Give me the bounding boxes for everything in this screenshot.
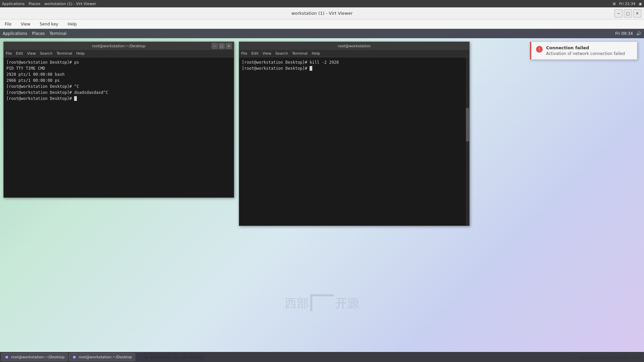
terminal-window-2: root@workstation File Edit View Search T… bbox=[239, 42, 470, 226]
guest-applications-menu[interactable]: Applications bbox=[3, 31, 27, 36]
terminal-2-inner: [root@workstation Desktop]# kill -2 2928… bbox=[239, 57, 469, 226]
guest-taskbar-item-2-label: root@workstation:~/Desktop bbox=[79, 355, 132, 359]
terminal-1-menubar: File Edit View Search Terminal Help bbox=[4, 50, 234, 57]
terminal-1-controls: − □ ✕ bbox=[212, 43, 232, 49]
virt-window-controls: − □ ✕ bbox=[614, 9, 641, 17]
host-topbar-right: ⊞ Fri 22:34 ◉ bbox=[613, 2, 642, 6]
guest-time: Fri 09:34 bbox=[615, 31, 633, 36]
virt-titlebar: workstation (1) - Virt Viewer − □ ✕ bbox=[0, 7, 644, 19]
guest-taskbar: ■ root@workstation:~/Desktop ■ root@work… bbox=[0, 352, 644, 362]
terminal-1-menu-file[interactable]: File bbox=[6, 51, 12, 56]
terminal-2-cursor bbox=[310, 66, 312, 71]
guest-panel-right: Fri 09:34 🔊 bbox=[615, 31, 641, 36]
virt-maximize-button[interactable]: □ bbox=[624, 9, 632, 17]
host-window-title: workstation (1) - Virt Viewer bbox=[44, 2, 96, 6]
terminal-2-scrollbar[interactable] bbox=[466, 57, 469, 226]
terminal-2-menu-file[interactable]: File bbox=[241, 51, 247, 56]
virt-menubar: File View Send key Help bbox=[0, 19, 644, 29]
virt-menu-sendkey[interactable]: Send key bbox=[38, 21, 60, 27]
host-topbar-left: Applications Places workstation (1) - Vi… bbox=[2, 2, 613, 6]
watermark: 西部开源 bbox=[285, 291, 359, 312]
host-time: Fri 22:34 bbox=[619, 2, 635, 6]
host-places-menu[interactable]: Places bbox=[29, 2, 40, 6]
host-topbar: Applications Places workstation (1) - Vi… bbox=[0, 0, 644, 7]
terminal-2-menu-help[interactable]: Help bbox=[312, 51, 320, 56]
terminal-1-menu-search[interactable]: Search bbox=[40, 51, 53, 56]
terminal-1-line-1: [root@workstation Desktop]# ps bbox=[6, 59, 231, 65]
terminal-1-close[interactable]: ✕ bbox=[226, 43, 232, 49]
terminal-1-titlebar: root@workstation:~/Desktop − □ ✕ bbox=[4, 42, 234, 50]
guest-taskbar-item-2[interactable]: ■ root@workstation:~/Desktop bbox=[69, 353, 136, 361]
terminal-2-title: root@workstation bbox=[242, 44, 467, 48]
terminal-1-line-2: PID TTY TIME CMD bbox=[6, 65, 231, 71]
terminal-2-menubar: File Edit View Search Terminal Help bbox=[239, 50, 469, 57]
terminal-1-menu-view[interactable]: View bbox=[27, 51, 36, 56]
virt-menu-help[interactable]: Help bbox=[66, 21, 79, 27]
terminal-2-menu-edit[interactable]: Edit bbox=[251, 51, 258, 56]
terminal-1-minimize[interactable]: − bbox=[212, 43, 218, 49]
terminal-1-line-7: [root@workstation Desktop]# bbox=[6, 96, 231, 102]
notification-title: Connection failed bbox=[546, 45, 625, 50]
virt-menu-file[interactable]: File bbox=[3, 21, 13, 27]
terminal-1-content[interactable]: [root@workstation Desktop]# ps PID TTY T… bbox=[4, 57, 234, 197]
guest-taskbar-item-2-icon: ■ bbox=[72, 355, 77, 359]
terminal-2-titlebar: root@workstation bbox=[239, 42, 469, 50]
notification-text: Connection failed Activation of network … bbox=[546, 45, 625, 56]
guest-taskbar-item-1-icon: ■ bbox=[4, 355, 9, 359]
terminal-1-cursor bbox=[74, 96, 77, 101]
virt-close-button[interactable]: ✕ bbox=[633, 9, 641, 17]
terminal-1-line-3: 2928 pts/1 00:00:00 bash bbox=[6, 71, 231, 77]
terminal-1-line-6: [root@workstation Desktop]# dsadsdasdasd… bbox=[6, 89, 231, 96]
terminal-2-menu-search[interactable]: Search bbox=[275, 51, 288, 56]
virt-menu-view[interactable]: View bbox=[19, 21, 32, 27]
virt-window-title: workstation (1) - Virt Viewer bbox=[291, 11, 353, 16]
guest-taskbar-item-1[interactable]: ■ root@workstation:~/Desktop bbox=[1, 353, 68, 361]
guest-taskbar-item-1-label: root@workstation:~/Desktop bbox=[11, 355, 65, 359]
guest-terminal-menu[interactable]: Terminal bbox=[49, 31, 66, 36]
host-network-icon: ⊞ bbox=[613, 2, 616, 6]
terminal-2-line-2: [root@workstation Desktop]# bbox=[242, 65, 463, 71]
virt-viewer-window: workstation (1) - Virt Viewer − □ ✕ File… bbox=[0, 7, 644, 362]
virt-minimize-button[interactable]: − bbox=[614, 9, 623, 17]
terminal-window-1: root@workstation:~/Desktop − □ ✕ File Ed… bbox=[3, 42, 234, 198]
guest-panel-left: Applications Places Terminal bbox=[3, 31, 610, 36]
terminal-1-title: root@workstation:~/Desktop bbox=[6, 44, 231, 48]
terminal-1-maximize[interactable]: □ bbox=[219, 43, 225, 49]
guest-panel: Applications Places Terminal Fri 09:34 🔊 bbox=[0, 29, 644, 38]
notification-popup: ! Connection failed Activation of networ… bbox=[530, 42, 637, 60]
terminal-1-menu-help[interactable]: Help bbox=[76, 51, 85, 56]
host-applications-menu[interactable]: Applications bbox=[2, 2, 24, 6]
guest-volume-icon[interactable]: 🔊 bbox=[636, 31, 641, 36]
terminal-2-line-1: [root@workstation Desktop]# kill -2 2928 bbox=[242, 59, 463, 65]
guest-area: 西部开源 Applications Places Terminal Fri 09… bbox=[0, 29, 644, 362]
terminal-1-menu-edit[interactable]: Edit bbox=[16, 51, 23, 56]
terminal-2-content[interactable]: [root@workstation Desktop]# kill -2 2928… bbox=[239, 57, 466, 226]
notification-error-icon: ! bbox=[536, 46, 543, 53]
terminal-2-menu-view[interactable]: View bbox=[263, 51, 271, 56]
notification-body: Activation of network connection failed bbox=[546, 51, 625, 56]
terminal-1-line-4: 2966 pts/1 00:00:00 ps bbox=[6, 77, 231, 83]
guest-places-menu[interactable]: Places bbox=[32, 31, 45, 36]
terminal-2-menu-terminal[interactable]: Terminal bbox=[292, 51, 308, 56]
terminal-2-scrollbar-thumb bbox=[466, 108, 469, 141]
host-indicator: ◉ bbox=[639, 2, 642, 6]
terminal-1-menu-terminal[interactable]: Terminal bbox=[57, 51, 72, 56]
terminal-1-line-5: [root@workstation Desktop]# ^C bbox=[6, 83, 231, 89]
